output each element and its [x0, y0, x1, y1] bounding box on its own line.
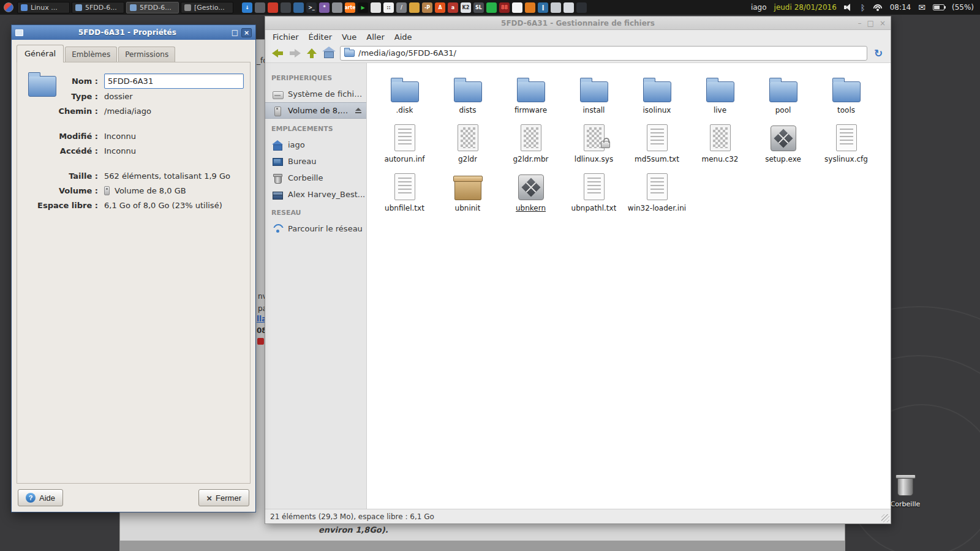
fm-files-area[interactable]: .diskdistsfirmwareinstallisolinuxlivepoo…	[367, 63, 891, 509]
pin-icon[interactable]: -P	[422, 2, 432, 13]
volume-icon[interactable]	[844, 4, 853, 11]
file-g2ldr.mbr[interactable]: g2ldr.mbr	[499, 121, 562, 170]
file-syslinux.cfg[interactable]: syslinux.cfg	[815, 121, 878, 170]
maximize-icon[interactable]: □	[232, 28, 238, 37]
close-icon[interactable]: ×	[880, 19, 886, 28]
gallery-icon[interactable]	[293, 2, 304, 13]
sidebar-item-label: Parcourir le réseau	[288, 224, 366, 233]
sidebar-item-home[interactable]: iago	[265, 137, 366, 153]
applications-menu-icon[interactable]	[4, 2, 13, 12]
taskbar-button[interactable]: 5FDD-6...	[72, 2, 124, 13]
desktop-trash-icon[interactable]: Corbeille	[889, 478, 921, 508]
keyboard-icon[interactable]: K2	[461, 2, 471, 13]
file-.disk[interactable]: .disk	[373, 72, 436, 121]
file-live[interactable]: live	[688, 72, 752, 121]
sidebar-item-network[interactable]: Parcourir le réseau	[265, 220, 366, 237]
flame-icon[interactable]: A	[435, 2, 445, 13]
arte-icon[interactable]: arte	[345, 2, 355, 13]
file-dists[interactable]: dists	[436, 72, 499, 121]
file-menu.c32[interactable]: menu.c32	[688, 121, 752, 170]
clock-time[interactable]: 08:14	[890, 3, 911, 12]
bluetooth-icon[interactable]: ᛒ	[861, 3, 865, 12]
display-icon[interactable]	[551, 2, 561, 13]
file-ldlinux.sys[interactable]: ldlinux.sys	[562, 121, 625, 170]
file-icon-wrap	[584, 122, 605, 152]
webcam-icon[interactable]	[281, 2, 291, 13]
sl-icon[interactable]: SL	[473, 2, 484, 13]
maximize-icon[interactable]: □	[867, 19, 874, 28]
back-button[interactable]	[269, 45, 286, 61]
sidebar-item-volume[interactable]: Volume de 8,0...	[265, 102, 366, 119]
tab-emblèmes[interactable]: Emblèmes	[65, 47, 117, 62]
sidebar-item-box[interactable]: Alex Harvey_Best...	[265, 186, 366, 203]
mail-icon[interactable]: ✉	[918, 2, 925, 12]
file-tools[interactable]: tools	[815, 72, 878, 121]
menu-vue[interactable]: Vue	[337, 31, 361, 43]
taskbar-button-label: 5FDD-6...	[140, 4, 172, 12]
taskbar-button[interactable]: 5FDD-6...	[126, 2, 179, 13]
menu-fichier[interactable]: Fichier	[268, 31, 304, 43]
usb-icon[interactable]	[564, 2, 574, 13]
green-status-icon[interactable]	[486, 2, 497, 13]
file-ubnfilel.txt[interactable]: ubnfilel.txt	[373, 170, 436, 219]
props-titlebar[interactable]: 5FDD-6A31 - Propriétés □ ×	[12, 25, 255, 40]
name-input[interactable]	[104, 73, 244, 89]
volume-icon	[273, 106, 283, 116]
downloader-icon[interactable]: ↓	[242, 2, 252, 13]
file-win32-loader.ini[interactable]: win32-loader.ini	[625, 170, 688, 219]
file-md5sum.txt[interactable]: md5sum.txt	[625, 121, 688, 170]
file-autorun.inf[interactable]: autorun.inf	[373, 121, 436, 170]
letter-icon[interactable]: a	[448, 2, 458, 13]
resize-grip[interactable]	[881, 514, 889, 522]
juggling-icon[interactable]	[409, 2, 420, 13]
back-arrow-icon	[272, 49, 284, 58]
tab-permissions[interactable]: Permissions	[118, 47, 175, 62]
gimp-icon[interactable]	[332, 2, 342, 13]
close-dialog-button[interactable]: × Fermer	[198, 489, 249, 506]
home-button[interactable]	[320, 45, 337, 61]
close-icon[interactable]: ×	[241, 28, 252, 37]
fm-titlebar[interactable]: 5FDD-6A31 - Gestionnaire de fichiers – □…	[265, 17, 891, 30]
drop-icon[interactable]	[525, 2, 535, 13]
menu-éditer[interactable]: Éditer	[304, 31, 337, 43]
magic-icon[interactable]: *	[319, 2, 330, 13]
refresh-button[interactable]: ↻	[870, 45, 887, 61]
sidebar-item-drive[interactable]: Système de fichiers	[265, 86, 366, 102]
file-ubnpathl.txt[interactable]: ubnpathl.txt	[562, 170, 625, 219]
eject-icon[interactable]	[355, 108, 361, 113]
file-setup.exe[interactable]: setup.exe	[752, 121, 815, 170]
led-icon[interactable]: 88	[499, 2, 510, 13]
record-icon[interactable]	[268, 2, 278, 13]
file-g2ldr[interactable]: g2ldr	[436, 121, 499, 170]
sidebar-item-desktop[interactable]: Bureau	[265, 153, 366, 170]
taskbar-button[interactable]: Linux ...	[17, 2, 70, 13]
up-button[interactable]	[303, 45, 320, 61]
path-bar[interactable]: /media/iago/5FDD-6A31/	[340, 46, 867, 61]
tab-général[interactable]: Général	[17, 45, 64, 62]
screenshot-icon[interactable]	[255, 2, 265, 13]
sidebar-item-label: Système de fichiers	[288, 89, 366, 99]
file-install[interactable]: install	[562, 72, 625, 121]
file-firmware[interactable]: firmware	[499, 72, 562, 121]
panda-icon[interactable]	[371, 2, 381, 13]
knife-icon[interactable]: /	[396, 2, 407, 13]
help-button[interactable]: ? Aide	[18, 489, 63, 506]
player-icon[interactable]: ▶	[358, 2, 368, 13]
phone-icon[interactable]	[576, 2, 587, 13]
file-ubnkern[interactable]: ubnkern	[499, 170, 562, 219]
sidebar-item-trash[interactable]: Corbeille	[265, 170, 366, 186]
minimize-icon[interactable]: –	[858, 19, 862, 28]
file-pool[interactable]: pool	[752, 72, 815, 121]
menu-aide[interactable]: Aide	[390, 31, 417, 43]
terminal-icon[interactable]: >_	[306, 2, 317, 13]
domino-icon[interactable]	[512, 2, 522, 13]
wifi-icon[interactable]	[873, 4, 883, 11]
dice-icon[interactable]: ::	[383, 2, 394, 13]
clock-date[interactable]: jeudi 28/01/2016	[774, 3, 837, 12]
file-ubninit[interactable]: ubninit	[436, 170, 499, 219]
menu-aller[interactable]: Aller	[361, 31, 389, 43]
taskbar-button[interactable]: [Gestio...	[181, 2, 233, 13]
mixer-icon[interactable]: ‖	[538, 2, 548, 13]
file-isolinux[interactable]: isolinux	[625, 72, 688, 121]
forward-button[interactable]	[286, 45, 303, 61]
